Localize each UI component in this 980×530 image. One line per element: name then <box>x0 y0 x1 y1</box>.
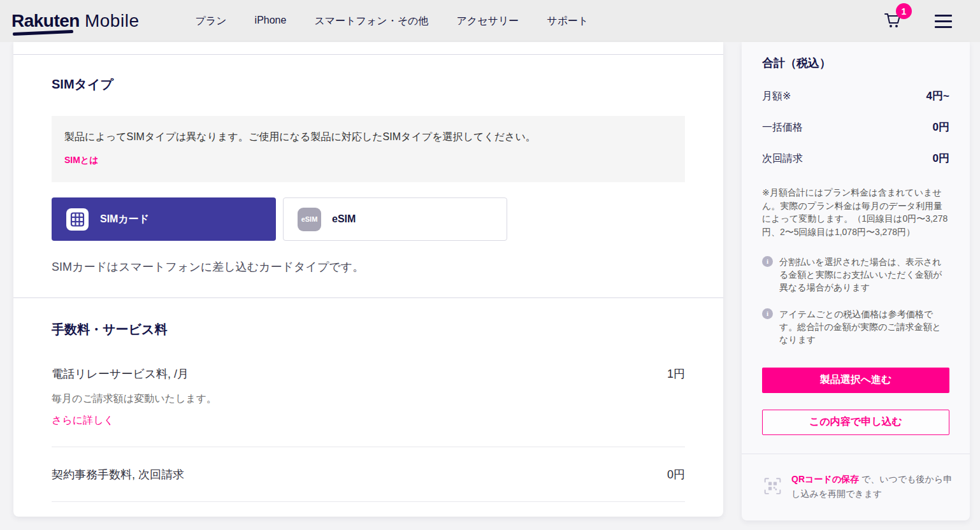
nav-item-smartphone-other[interactable]: スマートフォン・その他 <box>314 15 428 28</box>
fees-title: 手数料・サービス料 <box>52 321 685 338</box>
fee-label-contract: 契約事務手数料, 次回請求 <box>52 467 184 482</box>
nav-item-accessories[interactable]: アクセサリー <box>456 15 519 28</box>
nav-item-support[interactable]: サポート <box>547 15 588 28</box>
info-note: i アイテムごとの税込価格は参考価格です。総合計の金額が実際のご請求金額となりま… <box>762 308 949 347</box>
summary-title: 合計（税込） <box>762 55 949 71</box>
header-right: 1 <box>883 10 955 32</box>
logo-product-text: Mobile <box>85 11 139 31</box>
hamburger-icon <box>935 15 952 17</box>
fee-more-details-link[interactable]: さらに詳しく <box>52 414 114 427</box>
summary-label: 次回請求 <box>762 152 803 166</box>
qr-code-icon <box>763 472 782 500</box>
esim-option[interactable]: eSIM eSIM <box>283 197 507 241</box>
info-note-text: アイテムごとの税込価格は参考価格です。総合計の金額が実際のご請求金額となります <box>779 308 949 347</box>
summary-footnote: ※月額合計にはプラン料金は含まれていません。実際のプラン料金は毎月のデータ利用量… <box>762 186 949 239</box>
esim-option-label: eSIM <box>332 213 356 225</box>
main-nav: プラン iPhone スマートフォン・その他 アクセサリー サポート <box>195 15 588 28</box>
summary-label: 一括価格 <box>762 121 803 134</box>
proceed-to-product-button[interactable]: 製品選択へ進む <box>762 368 949 393</box>
info-icon: i <box>762 256 773 267</box>
summary-row-next-billing: 次回請求 0円 <box>762 151 949 166</box>
fee-row: 電話リレーサービス料, /月 1円 毎月のご請求額は変動いたします。 さらに詳し… <box>52 366 685 427</box>
qr-save-section: QRコードの保存 で、いつでも後から申し込みを再開できます <box>742 454 970 520</box>
fees-section: 手数料・サービス料 電話リレーサービス料, /月 1円 毎月のご請求額は変動いた… <box>13 321 723 517</box>
cart-button[interactable]: 1 <box>883 10 903 32</box>
info-note-text: 分割払いを選択された場合は、表示される金額と実際にお支払いいただく金額が異なる場… <box>779 255 949 294</box>
summary-value: 0円 <box>933 120 949 134</box>
sim-card-option[interactable]: SIMカード <box>52 197 276 241</box>
qr-save-link[interactable]: QRコードの保存 <box>791 474 859 484</box>
sim-type-title: SIMタイプ <box>52 76 685 93</box>
cart-badge: 1 <box>896 3 912 19</box>
spacer <box>52 275 685 297</box>
rakuten-mobile-logo[interactable]: Rakuten Mobile <box>11 11 139 31</box>
sim-options: SIMカード eSIM eSIM <box>52 197 685 241</box>
sim-notice-box: 製品によってSIMタイプは異なります。ご使用になる製品に対応したSIMタイプを選… <box>52 116 685 182</box>
sim-card-icon <box>66 208 89 231</box>
summary-row-lump-sum: 一括価格 0円 <box>762 120 949 134</box>
sim-info-link[interactable]: SIMとは <box>64 155 99 166</box>
divider <box>13 297 723 298</box>
page-layout: SIMタイプ 製品によってSIMタイプは異なります。ご使用になる製品に対応したS… <box>0 42 980 520</box>
summary-label: 月額※ <box>762 90 791 103</box>
spacer <box>13 42 723 54</box>
configuration-panel: SIMタイプ 製品によってSIMタイプは異なります。ご使用になる製品に対応したS… <box>13 42 723 517</box>
fee-row: 契約事務手数料, 次回請求 0円 <box>52 447 685 482</box>
fee-note: 毎月のご請求額は変動いたします。 <box>52 392 685 406</box>
fee-value-phone-relay: 1円 <box>667 366 685 382</box>
hamburger-menu-button[interactable] <box>932 12 955 31</box>
esim-icon: eSIM <box>298 208 321 231</box>
order-summary-sidebar: 合計（税込） 月額※ 4円~ 一括価格 0円 次回請求 0円 ※月額合計にはプラ… <box>742 42 970 520</box>
nav-item-plan[interactable]: プラン <box>195 15 226 28</box>
summary-value: 0円 <box>933 151 949 166</box>
summary-row-monthly: 月額※ 4円~ <box>762 89 949 103</box>
sim-notice-text: 製品によってSIMタイプは異なります。ご使用になる製品に対応したSIMタイプを選… <box>64 131 672 144</box>
fee-row: ユニバーサルサービス料, /月 3円 <box>52 502 685 517</box>
info-note: i 分割払いを選択された場合は、表示される金額と実際にお支払いいただく金額が異な… <box>762 255 949 294</box>
sim-option-description: SIMカードはスマートフォンに差し込むカードタイプです。 <box>52 259 685 275</box>
header: Rakuten Mobile プラン iPhone スマートフォン・その他 アク… <box>0 0 980 42</box>
sim-card-option-label: SIMカード <box>100 213 149 226</box>
nav-item-iphone[interactable]: iPhone <box>255 15 287 28</box>
fee-label-phone-relay: 電話リレーサービス料, /月 <box>52 366 189 382</box>
divider <box>13 54 723 55</box>
logo-brand-text: Rakuten <box>11 11 80 31</box>
sim-type-section: SIMタイプ 製品によってSIMタイプは異なります。ご使用になる製品に対応したS… <box>13 76 723 297</box>
qr-save-text: QRコードの保存 で、いつでも後から申し込みを再開できます <box>791 472 957 501</box>
info-icon: i <box>762 308 773 319</box>
apply-with-contents-button[interactable]: この内容で申し込む <box>762 410 949 435</box>
summary-value: 4円~ <box>926 89 949 103</box>
fee-value-contract: 0円 <box>667 467 685 482</box>
